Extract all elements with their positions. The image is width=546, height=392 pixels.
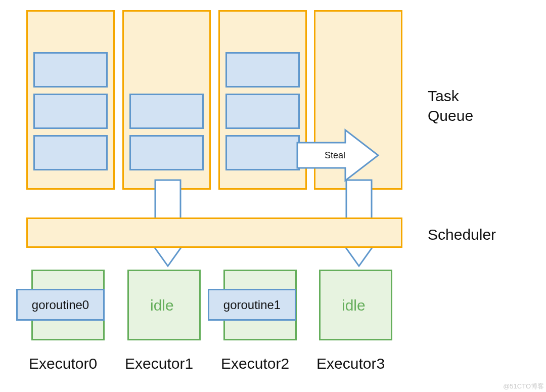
scheduler-bar (26, 217, 402, 248)
executor-2-label: Executor2 (221, 355, 289, 372)
task-q1-0 (129, 94, 204, 129)
executor-3-label: Executor3 (316, 355, 385, 372)
task-q0-2 (33, 135, 108, 170)
task-q0-1 (33, 94, 108, 129)
watermark-text: @51CTO博客 (503, 382, 544, 391)
task-q2-1 (225, 94, 300, 129)
executor-2-goroutine: goroutine1 (208, 289, 296, 321)
task-queue-side-label-l1: Task (428, 88, 459, 104)
task-q0-0 (33, 52, 108, 88)
executor-0-label: Executor0 (29, 355, 97, 372)
scheduler-side-label: Scheduler (428, 225, 496, 244)
task-queue-side-label-l2: Queue (428, 107, 473, 124)
executor-1-label: Executor1 (125, 355, 193, 372)
executor-0-goroutine: goroutine0 (16, 289, 105, 321)
executor-0-state: goroutine0 (32, 298, 89, 312)
task-q2-0 (225, 52, 300, 88)
executor-2-state: goroutine1 (223, 298, 281, 312)
executor-3-state: idle (342, 297, 366, 314)
executor-1-state: idle (150, 297, 174, 314)
steal-label: Steal (325, 150, 345, 161)
diagram-root: Steal idle idle goroutine0 goroutine1 Ex… (0, 0, 546, 392)
task-queue-side-label: Task Queue (428, 86, 473, 125)
task-q1-1 (129, 135, 204, 170)
task-q2-2 (225, 135, 300, 170)
